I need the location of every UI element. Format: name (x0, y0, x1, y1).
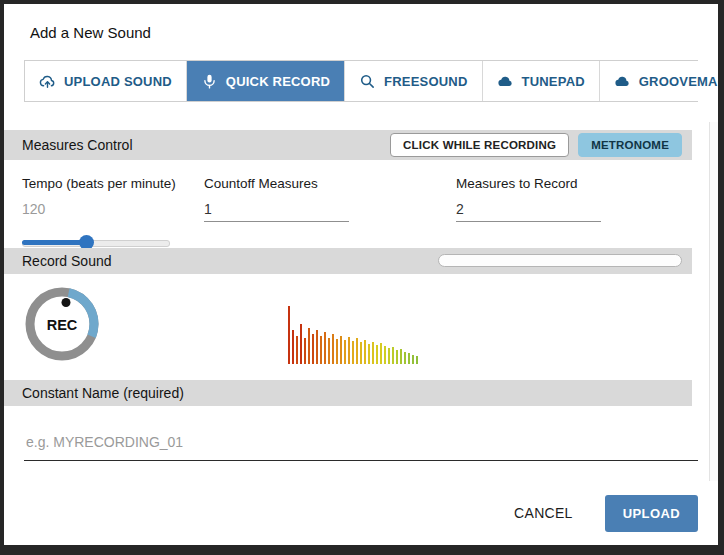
waveform-bar (340, 336, 342, 364)
sound-source-tabs: UPLOAD SOUND QUICK RECORD FREESOUND TUNE… (24, 60, 698, 102)
waveform-bar (352, 341, 354, 364)
scrollbar[interactable] (709, 122, 718, 481)
waveform-bar (384, 346, 386, 364)
dialog-footer: CANCEL UPLOAD (4, 481, 718, 545)
tempo-label: Tempo (beats per minute) (22, 176, 204, 191)
search-icon (359, 73, 376, 90)
waveform-bar (304, 338, 306, 364)
measures-fields: Tempo (beats per minute) Countoff Measur… (4, 160, 718, 248)
constant-name-field-wrap (4, 406, 718, 461)
waveform-bar (328, 338, 330, 364)
record-sound-header: Record Sound (4, 248, 692, 274)
add-sound-dialog: Add a New Sound UPLOAD SOUND QUICK RECOR… (4, 4, 718, 545)
tab-label: UPLOAD SOUND (64, 74, 172, 89)
dialog-title: Add a New Sound (4, 4, 718, 54)
constant-name-title: Constant Name (required) (22, 385, 184, 401)
tab-groovemachine[interactable]: GROOVEMACHINE (600, 61, 718, 101)
constant-name-input[interactable] (24, 430, 698, 461)
upload-button[interactable]: UPLOAD (605, 495, 698, 532)
measures-to-record-input[interactable] (456, 199, 601, 222)
constant-name-header: Constant Name (required) (4, 380, 692, 406)
waveform-bar (376, 345, 378, 364)
record-indicator-dot (62, 298, 71, 307)
waveform-bar (296, 336, 298, 364)
tab-tunepad[interactable]: TUNEPAD (483, 61, 600, 101)
tempo-value-input[interactable] (22, 199, 167, 221)
record-area: REC (4, 274, 718, 380)
waveform-bar (356, 338, 358, 364)
waveform-bar (408, 353, 410, 364)
waveform-bar (312, 334, 314, 364)
waveform-bar (416, 356, 418, 364)
waveform-bar (332, 334, 334, 364)
recording-progress-bar (438, 254, 682, 267)
waveform-bar (348, 337, 350, 364)
metronome-button[interactable]: METRONOME (578, 133, 682, 157)
waveform-bar (336, 339, 338, 364)
tab-label: TUNEPAD (522, 74, 585, 89)
waveform-bar (360, 342, 362, 364)
waveform-bar (300, 324, 302, 364)
waveform-bar (316, 330, 318, 364)
waveform-bar (396, 350, 398, 364)
waveform-bar (292, 330, 294, 364)
tempo-slider[interactable] (22, 235, 170, 248)
countoff-measures-input[interactable] (204, 199, 349, 222)
cloud-icon (497, 73, 514, 90)
cloud-icon (614, 73, 631, 90)
click-while-recording-button[interactable]: CLICK WHILE RECORDING (390, 133, 569, 157)
measures-control-header: Measures Control CLICK WHILE RECORDING M… (4, 130, 692, 160)
waveform-bar (320, 336, 322, 364)
record-button[interactable]: REC (22, 284, 102, 364)
tab-quick-record[interactable]: QUICK RECORD (187, 61, 345, 101)
waveform-bar (392, 347, 394, 364)
waveform-bar (372, 342, 374, 364)
tab-label: QUICK RECORD (226, 74, 330, 89)
cloud-upload-icon (39, 73, 56, 90)
microphone-icon (201, 73, 218, 90)
waveform-bar (364, 340, 366, 364)
waveform-bar (324, 332, 326, 364)
rec-button-label: REC (47, 317, 78, 333)
waveform-bar (368, 344, 370, 364)
tab-freesound[interactable]: FREESOUND (345, 61, 482, 101)
audio-waveform (288, 302, 418, 364)
tab-label: FREESOUND (384, 74, 467, 89)
measures-control-actions: CLICK WHILE RECORDING METRONOME (390, 130, 682, 160)
measures-control-title: Measures Control (22, 137, 133, 153)
cancel-button[interactable]: CANCEL (508, 504, 579, 522)
tempo-slider-fill (22, 240, 86, 245)
tab-label: GROOVEMACHINE (639, 74, 718, 89)
waveform-bar (344, 340, 346, 364)
measures-to-record-label: Measures to Record (456, 176, 700, 191)
waveform-bar (412, 355, 414, 364)
waveform-bar (388, 348, 390, 364)
waveform-bar (308, 328, 310, 364)
record-sound-title: Record Sound (22, 253, 112, 269)
waveform-bar (400, 349, 402, 364)
countoff-measures-label: Countoff Measures (204, 176, 456, 191)
waveform-bar (380, 343, 382, 364)
waveform-bar (288, 306, 290, 364)
waveform-bar (404, 352, 406, 364)
tab-upload-sound[interactable]: UPLOAD SOUND (25, 61, 187, 101)
